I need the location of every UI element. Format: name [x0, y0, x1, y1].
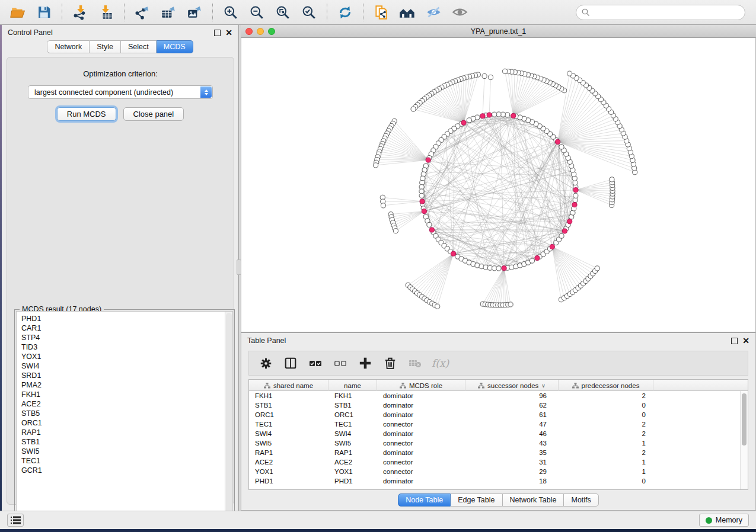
float-panel-icon[interactable]: [214, 30, 221, 36]
tab-network[interactable]: Network: [47, 40, 90, 53]
table-cell[interactable]: [653, 429, 748, 438]
table-cell[interactable]: 0: [559, 400, 653, 410]
float-panel-icon[interactable]: [731, 338, 738, 344]
task-history-button[interactable]: [7, 514, 24, 527]
mcds-result-item[interactable]: STP4: [21, 333, 232, 342]
table-row[interactable]: SWI4SWI4dominator462: [249, 429, 748, 438]
table-settings-button[interactable]: [257, 355, 274, 371]
table-cell[interactable]: [653, 400, 748, 410]
table-cell[interactable]: [653, 457, 748, 467]
column-chooser-button[interactable]: [282, 355, 299, 371]
table-cell[interactable]: connector: [377, 467, 465, 476]
refresh-button[interactable]: [333, 2, 357, 23]
add-column-button[interactable]: [357, 355, 374, 371]
scrollbar-thumb[interactable]: [742, 393, 747, 446]
mcds-result-item[interactable]: STB5: [21, 409, 232, 418]
table-cell[interactable]: 43: [465, 438, 559, 448]
table-cell[interactable]: STB1: [249, 400, 328, 410]
table-cell[interactable]: SWI4: [249, 429, 328, 438]
tab-motifs[interactable]: Motifs: [564, 493, 598, 507]
table-cell[interactable]: dominator: [377, 410, 465, 419]
table-cell[interactable]: RAP1: [328, 448, 377, 457]
table-row[interactable]: FKH1FKH1dominator962: [249, 391, 748, 400]
tab-mcds[interactable]: MCDS: [157, 40, 193, 53]
table-cell[interactable]: ACE2: [328, 457, 377, 467]
network-window-titlebar[interactable]: YPA_prune.txt_1: [241, 25, 756, 38]
show-all-button[interactable]: [448, 2, 471, 23]
zoom-in-button[interactable]: [219, 2, 243, 23]
table-row[interactable]: YOX1YOX1connector291: [249, 467, 748, 476]
mcds-result-item[interactable]: GCR1: [21, 466, 232, 475]
table-cell[interactable]: YOX1: [249, 467, 328, 476]
table-cell[interactable]: 18: [465, 476, 559, 486]
table-cell[interactable]: 1: [559, 457, 653, 467]
table-cell[interactable]: 2: [559, 429, 653, 438]
mcds-result-item[interactable]: PHD1: [21, 314, 232, 323]
table-cell[interactable]: 96: [465, 391, 559, 400]
table-row[interactable]: SWI5SWI5connector431: [249, 438, 748, 448]
mcds-result-item[interactable]: STB1: [21, 437, 232, 447]
table-cell[interactable]: ORC1: [328, 410, 377, 419]
table-cell[interactable]: YOX1: [328, 467, 377, 476]
tab-select[interactable]: Select: [121, 40, 157, 53]
hide-selected-button[interactable]: [422, 2, 445, 23]
table-row[interactable]: RAP1RAP1dominator352: [249, 448, 748, 457]
table-cell[interactable]: PHD1: [249, 476, 328, 486]
table-cell[interactable]: FKH1: [328, 391, 377, 400]
column-header-successor-nodes[interactable]: successor nodes ∨: [465, 380, 559, 391]
column-header-shared-name[interactable]: shared name: [249, 380, 328, 391]
mcds-list-scrollbar[interactable]: [225, 312, 232, 527]
run-mcds-button[interactable]: Run MCDS: [57, 107, 116, 121]
table-cell[interactable]: [653, 476, 748, 486]
table-cell[interactable]: 29: [465, 467, 559, 476]
mcds-result-item[interactable]: CAR1: [21, 323, 232, 333]
table-cell[interactable]: STB1: [328, 400, 377, 410]
export-network-button[interactable]: [130, 2, 154, 23]
table-row[interactable]: ACE2ACE2connector311: [249, 457, 748, 467]
table-cell[interactable]: 1: [559, 467, 653, 476]
zoom-out-button[interactable]: [245, 2, 269, 23]
table-row[interactable]: PHD1PHD1dominator180: [249, 476, 748, 486]
table-cell[interactable]: PHD1: [328, 476, 377, 486]
table-cell[interactable]: ACE2: [249, 457, 328, 467]
table-cell[interactable]: connector: [377, 419, 465, 429]
select-all-button[interactable]: [307, 355, 324, 371]
table-cell[interactable]: connector: [377, 457, 465, 467]
mcds-result-item[interactable]: ACE2: [21, 399, 232, 409]
table-cell[interactable]: ORC1: [249, 410, 328, 419]
import-table-button[interactable]: [94, 2, 118, 23]
table-cell[interactable]: 2: [559, 419, 653, 429]
open-button[interactable]: [6, 2, 30, 23]
table-cell[interactable]: 2: [559, 391, 653, 400]
table-cell[interactable]: 2: [559, 448, 653, 457]
table-row[interactable]: STB1STB1dominator620: [249, 400, 748, 410]
table-cell[interactable]: 35: [465, 448, 559, 457]
mcds-result-item[interactable]: YOX1: [21, 352, 232, 361]
table-cell[interactable]: [653, 448, 748, 457]
mcds-result-item[interactable]: PMA2: [21, 380, 232, 390]
column-header-predecessor-nodes[interactable]: predecessor nodes: [559, 380, 653, 391]
close-panel-button[interactable]: Close panel: [123, 107, 184, 121]
table-cell[interactable]: [653, 467, 748, 476]
table-cell[interactable]: 46: [465, 429, 559, 438]
table-cell[interactable]: SWI5: [249, 438, 328, 448]
first-neighbors-button[interactable]: [395, 2, 419, 23]
table-scrollbar[interactable]: [740, 391, 748, 489]
search-input[interactable]: [576, 5, 745, 20]
table-cell[interactable]: 0: [559, 476, 653, 486]
table-cell[interactable]: RAP1: [249, 448, 328, 457]
tab-edge-table[interactable]: Edge Table: [451, 493, 502, 507]
table-cell[interactable]: 61: [465, 410, 559, 419]
mcds-result-item[interactable]: TID3: [21, 342, 232, 352]
export-image-button[interactable]: [183, 2, 206, 23]
table-row[interactable]: ORC1ORC1dominator610: [249, 410, 748, 419]
table-row[interactable]: TEC1TEC1connector472: [249, 419, 748, 429]
duplicate-network-button[interactable]: [369, 2, 393, 23]
table-cell[interactable]: dominator: [377, 476, 465, 486]
mcds-result-list[interactable]: PHD1CAR1STP4TID3YOX1SWI4SRD1PMA2FKH1ACE2…: [16, 311, 233, 527]
mcds-result-item[interactable]: SWI4: [21, 361, 232, 371]
delete-table-button[interactable]: [407, 355, 423, 371]
tab-node-table[interactable]: Node Table: [398, 493, 451, 507]
table-cell[interactable]: connector: [377, 438, 465, 448]
table-cell[interactable]: FKH1: [249, 391, 328, 400]
